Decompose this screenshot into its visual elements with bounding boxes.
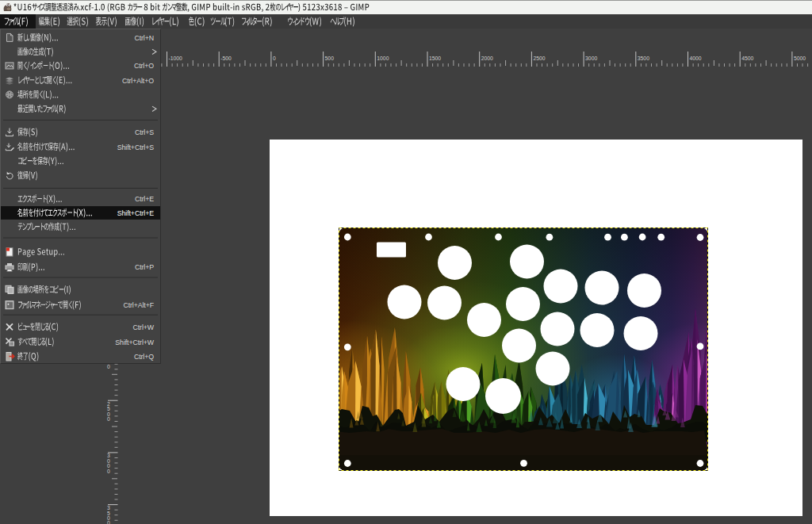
svg-text:0: 0 xyxy=(107,416,110,422)
svg-text:Shift+Ctrl+E: Shift+Ctrl+E xyxy=(117,209,154,217)
svg-text:0: 0 xyxy=(107,469,110,474)
svg-text:Ctrl+Q: Ctrl+Q xyxy=(134,353,154,361)
svg-text:3000: 3000 xyxy=(585,55,597,61)
svg-text:0: 0 xyxy=(273,55,276,61)
svg-text:-1000: -1000 xyxy=(169,55,183,61)
svg-text:5000: 5000 xyxy=(794,55,806,61)
svg-text:2500: 2500 xyxy=(533,55,545,61)
svg-text:2000: 2000 xyxy=(481,55,493,61)
svg-text:Ctrl+S: Ctrl+S xyxy=(135,128,154,136)
svg-text:Ctrl+P: Ctrl+P xyxy=(135,263,154,271)
svg-text:1000: 1000 xyxy=(377,55,389,61)
svg-text:Ctrl+O: Ctrl+O xyxy=(134,62,154,70)
svg-text:Shift+Ctrl+W: Shift+Ctrl+W xyxy=(115,338,154,346)
svg-text:500: 500 xyxy=(325,55,335,61)
svg-text:Ctrl+W: Ctrl+W xyxy=(132,323,154,331)
svg-text:4000: 4000 xyxy=(690,55,702,61)
svg-text:Ctrl+N: Ctrl+N xyxy=(134,34,154,42)
svg-text:-500: -500 xyxy=(220,55,232,61)
svg-text:Shift+Ctrl+S: Shift+Ctrl+S xyxy=(117,143,154,151)
svg-text:4500: 4500 xyxy=(741,55,753,61)
svg-text:1500: 1500 xyxy=(429,55,441,61)
svg-text:0: 0 xyxy=(107,364,110,369)
svg-text:Ctrl+Alt+O: Ctrl+Alt+O xyxy=(122,77,154,85)
svg-text:3500: 3500 xyxy=(638,55,649,61)
svg-text:Ctrl+E: Ctrl+E xyxy=(135,195,154,203)
svg-text:Ctrl+Alt+F: Ctrl+Alt+F xyxy=(123,301,154,309)
svg-text:0: 0 xyxy=(107,520,110,524)
